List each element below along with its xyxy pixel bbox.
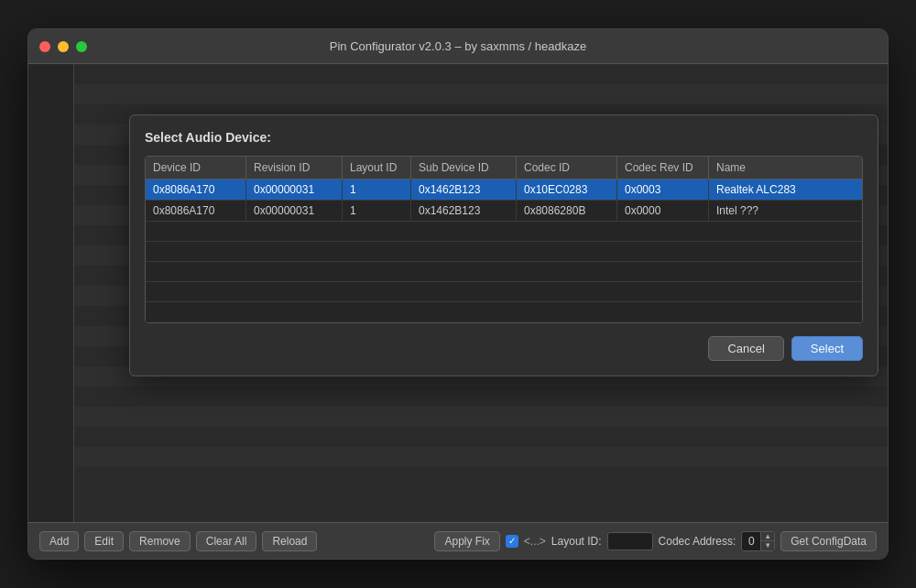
col-codec-id: Codec ID [517,157,617,179]
select-audio-device-dialog: Select Audio Device: Device ID Revision … [129,114,878,376]
col-device-id: Device ID [146,157,246,179]
codec-address-label: Codec Address: [659,535,736,548]
layout-id-label: Layout ID: [551,535,602,548]
cell-sub-device-id: 0x1462B123 [411,201,517,221]
cell-device-id: 0x8086A170 [146,180,246,200]
reload-button[interactable]: Reload [262,531,317,551]
cell-codec-rev-id: 0x0003 [617,180,709,200]
select-button[interactable]: Select [791,336,863,361]
cell-revision-id: 0x00000031 [246,201,343,221]
layout-id-input[interactable] [607,532,653,550]
dialog-title: Select Audio Device: [145,130,863,145]
close-button[interactable] [39,41,50,52]
window-inner: Select Audio Device: Device ID Revision … [28,64,888,522]
codec-address-stepper[interactable]: 0 ▲ ▼ [741,531,775,551]
col-layout-id: Layout ID [343,157,411,179]
get-config-button[interactable]: Get ConfigData [780,531,877,551]
add-button[interactable]: Add [39,531,79,551]
table-row[interactable]: 0x8086A170 0x00000031 1 0x1462B123 0x808… [146,201,862,222]
device-table: Device ID Revision ID Layout ID Sub Devi… [145,156,863,323]
col-sub-device-id: Sub Device ID [411,157,517,179]
cell-codec-id: 0x8086280B [517,201,617,221]
main-window: Pin Configurator v2.0.3 – by saxmms / he… [27,28,889,560]
remove-button[interactable]: Remove [129,531,191,551]
content-area: Select Audio Device: Device ID Revision … [74,64,888,522]
cell-codec-id: 0x10EC0283 [517,180,617,200]
table-header: Device ID Revision ID Layout ID Sub Devi… [146,157,862,180]
traffic-lights [39,41,87,52]
stepper-down[interactable]: ▼ [761,541,774,550]
cell-device-id: 0x8086A170 [146,201,246,221]
table-row[interactable]: 0x8086A170 0x00000031 1 0x1462B123 0x10E… [146,180,862,201]
minimize-button[interactable] [58,41,69,52]
toolbar: Add Edit Remove Clear All Reload Apply F… [28,522,888,559]
cell-layout-id: 1 [343,180,411,200]
table-body: 0x8086A170 0x00000031 1 0x1462B123 0x10E… [146,180,862,322]
cancel-button[interactable]: Cancel [708,336,783,361]
maximize-button[interactable] [76,41,87,52]
apply-fix-checkbox[interactable] [506,535,518,548]
dialog-buttons: Cancel Select [145,336,863,361]
edit-button[interactable]: Edit [84,531,124,551]
clear-all-button[interactable]: Clear All [196,531,257,551]
col-name: Name [709,157,862,179]
empty-rows [146,222,862,322]
sidebar-strip [28,64,74,522]
checkbox-wrapper[interactable] [506,535,518,548]
col-revision-id: Revision ID [246,157,343,179]
titlebar: Pin Configurator v2.0.3 – by saxmms / he… [28,29,888,64]
cell-name: Intel ??? [709,201,862,221]
cell-name: Realtek ALC283 [709,180,862,200]
modal-overlay: Select Audio Device: Device ID Revision … [74,64,888,522]
col-codec-rev-id: Codec Rev ID [617,157,709,179]
apply-fix-button[interactable]: Apply Fix [434,531,499,551]
cell-sub-device-id: 0x1462B123 [411,180,517,200]
toolbar-right: Apply Fix <...> Layout ID: Codec Address… [434,531,877,551]
cell-codec-rev-id: 0x0000 [617,201,709,221]
window-title: Pin Configurator v2.0.3 – by saxmms / he… [330,39,586,53]
ellipsis-label: <...> [524,535,546,548]
codec-address-value: 0 [742,533,760,550]
cell-layout-id: 1 [343,201,411,221]
cell-revision-id: 0x00000031 [246,180,343,200]
stepper-up[interactable]: ▲ [761,532,774,541]
